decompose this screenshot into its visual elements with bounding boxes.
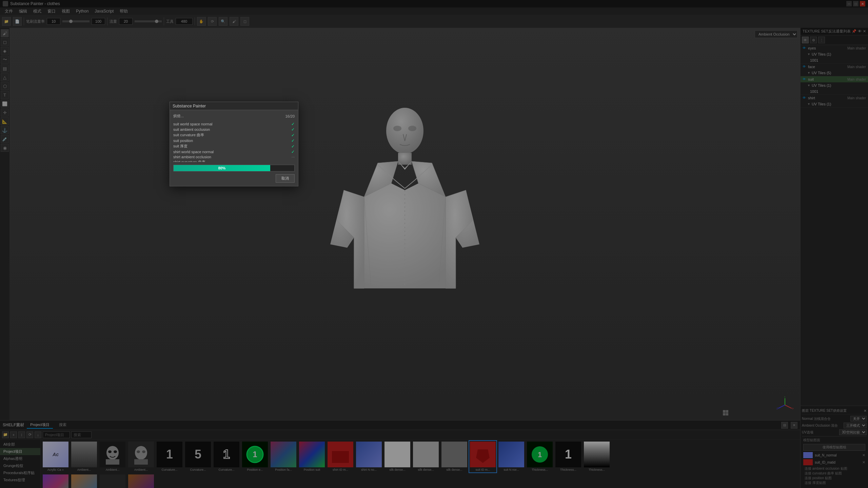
task-pending-6: ··· bbox=[292, 155, 295, 159]
task-row-5: shirt world space normal ✓ bbox=[173, 149, 295, 155]
task-check-1: ✓ bbox=[291, 127, 295, 132]
task-row-4: suit 厚度 ✓ bbox=[173, 143, 295, 149]
modal-actions: 取消 bbox=[173, 174, 295, 183]
task-check-3: ✓ bbox=[291, 138, 295, 143]
task-check-0: ✓ bbox=[291, 122, 295, 126]
task-row-6: shirt ambient occlusion ··· bbox=[173, 155, 295, 159]
modal-cancel-button[interactable]: 取消 bbox=[276, 174, 295, 183]
task-name-7: shirt curvature 曲率 bbox=[173, 160, 205, 162]
modal-title: Substance Painter bbox=[173, 104, 206, 108]
task-row-7: shirt curvature 曲率 bbox=[173, 159, 295, 162]
progress-bar-container: 80% bbox=[173, 165, 295, 171]
task-name-2: suit curvature 曲率 bbox=[173, 133, 204, 138]
task-name-1: suit ambient occlusion bbox=[173, 127, 210, 131]
task-row-3: suit position ✓ bbox=[173, 138, 295, 143]
progress-bar-fill: 80% bbox=[174, 165, 270, 171]
task-name-6: shirt ambient occlusion bbox=[173, 155, 211, 159]
task-name-5: shirt world space normal bbox=[173, 150, 214, 154]
task-row-0: suit world space normal ✓ bbox=[173, 121, 295, 127]
progress-label: 烘焙... bbox=[173, 114, 184, 119]
modal-content: 烘焙... 16/20 suit world space normal ✓ su… bbox=[170, 110, 298, 186]
task-name-4: suit 厚度 bbox=[173, 144, 188, 149]
task-row-2: suit curvature 曲率 ✓ bbox=[173, 132, 295, 138]
task-check-2: ✓ bbox=[291, 133, 295, 138]
task-name-3: suit position bbox=[173, 139, 193, 143]
progress-row: 烘焙... 16/20 bbox=[173, 114, 295, 119]
task-name-0: suit world space normal bbox=[173, 122, 213, 126]
modal-dialog: Substance Painter 烘焙... 16/20 suit world… bbox=[170, 102, 298, 186]
progress-pct: 80% bbox=[218, 166, 225, 170]
task-check-5: ✓ bbox=[291, 149, 295, 154]
modal-title-bar: Substance Painter bbox=[170, 102, 298, 110]
task-row-1: suit ambient occlusion ✓ bbox=[173, 127, 295, 132]
progress-counter: 16/20 bbox=[285, 114, 295, 118]
task-list: suit world space normal ✓ suit ambient o… bbox=[173, 121, 295, 162]
task-check-4: ✓ bbox=[291, 144, 295, 149]
modal-overlay: Substance Painter 烘焙... 16/20 suit world… bbox=[0, 0, 868, 488]
